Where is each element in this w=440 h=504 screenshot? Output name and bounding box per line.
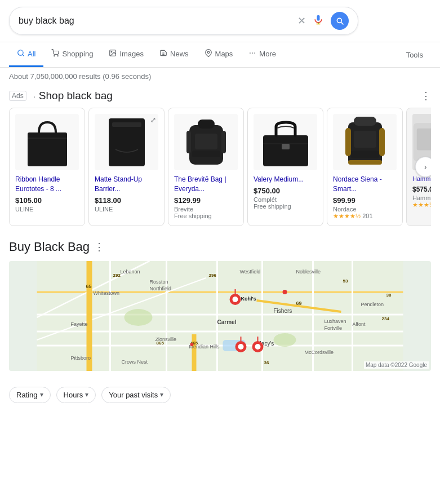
svg-text:Fishers: Fishers: [274, 308, 292, 314]
svg-point-12: [255, 52, 256, 54]
svg-text:Whitestown: Whitestown: [94, 290, 120, 296]
product-card-4[interactable]: Valery Medium... $750.00 Complét Free sh…: [247, 108, 323, 226]
svg-point-91: [283, 290, 287, 294]
scroll-next-button[interactable]: ›: [415, 157, 431, 177]
svg-text:Luxhaven: Luxhaven: [325, 319, 346, 324]
svg-point-63: [274, 333, 296, 347]
svg-text:Pendleton: Pendleton: [361, 302, 384, 307]
svg-text:Pittsboro: Pittsboro: [71, 355, 91, 361]
product-store-6: Hammitt: [412, 194, 431, 201]
svg-rect-13: [28, 132, 67, 166]
product-store-5: Nordace: [333, 206, 397, 213]
product-title-4: Valery Medium...: [254, 175, 317, 184]
product-title-1: Ribbon Handle Eurototes - 8 ...: [15, 175, 79, 194]
more-dots-icon: [248, 49, 256, 59]
stars-6: ★★★½: [412, 201, 431, 208]
product-card-2[interactable]: ⤢ Matte Stand-Up Barrier... $118.00 ULIN…: [88, 108, 165, 226]
all-icon: [17, 49, 25, 59]
svg-text:53: 53: [343, 278, 348, 284]
tab-more[interactable]: More: [241, 42, 284, 67]
filter-hours[interactable]: Hours ▾: [56, 387, 96, 403]
svg-rect-18: [198, 120, 215, 129]
search-bar: ✕: [9, 7, 358, 35]
svg-text:Fortville: Fortville: [325, 325, 343, 331]
filter-rating[interactable]: Rating ▾: [9, 387, 51, 403]
svg-rect-27: [354, 117, 376, 126]
product-price-6: $575.00: [412, 185, 431, 193]
product-price-3: $129.99: [174, 196, 238, 205]
svg-point-92: [190, 343, 194, 346]
ads-section: Ads · Shop black bag ⋮ Ribbon Handle Eur…: [0, 85, 440, 231]
product-store-3: Brevite: [174, 206, 238, 213]
tools-button[interactable]: Tools: [398, 44, 431, 66]
tab-images[interactable]: Images: [101, 42, 152, 67]
product-img-1: [15, 114, 79, 170]
svg-rect-25: [282, 144, 290, 149]
tab-news[interactable]: News: [152, 42, 197, 67]
search-input[interactable]: [19, 16, 297, 26]
news-icon: [159, 49, 167, 59]
ads-section-title: Shop black bag: [39, 90, 113, 102]
svg-text:38: 38: [386, 293, 392, 298]
clear-search-icon[interactable]: ✕: [297, 15, 306, 27]
products-scroll: Ribbon Handle Eurototes - 8 ... $105.00 …: [9, 108, 431, 226]
product-card-1[interactable]: Ribbon Handle Eurototes - 8 ... $105.00 …: [9, 108, 85, 226]
svg-text:292: 292: [113, 273, 121, 278]
ads-more-icon[interactable]: ⋮: [421, 90, 431, 102]
svg-rect-34: [417, 129, 431, 151]
voice-search-icon[interactable]: [313, 14, 324, 28]
map-container[interactable]: 65 69 465 865 234 38 36 53 292 296: [9, 261, 431, 371]
svg-text:Rosston: Rosston: [150, 279, 168, 285]
product-title-5: Nordace Siena - Smart...: [333, 175, 397, 194]
product-store-2: ULINE: [95, 206, 158, 213]
map-section: Buy Black Bag ⋮ 65: [0, 231, 440, 380]
map-section-more-icon[interactable]: ⋮: [94, 241, 104, 253]
tab-shopping[interactable]: Shopping: [43, 42, 101, 67]
svg-point-6: [111, 51, 112, 52]
past-visits-chevron-icon: ▾: [160, 391, 163, 399]
product-price-2: $118.00: [95, 196, 158, 205]
filter-past-visits[interactable]: Your past visits ▾: [101, 387, 171, 403]
svg-rect-21: [186, 131, 191, 153]
svg-text:Lebanon: Lebanon: [121, 269, 140, 275]
hours-chevron-icon: ▾: [85, 391, 88, 399]
product-rating-5: ★★★★½ 201: [333, 213, 397, 220]
product-rating-6: ★★★½: [412, 201, 431, 209]
map-attribution: Map data ©2022 Google: [364, 361, 429, 369]
expand-icon-2[interactable]: ⤢: [150, 116, 156, 124]
svg-point-90: [255, 344, 261, 350]
nav-tabs: All Shopping Images News Maps More Tools: [0, 42, 440, 68]
search-submit-button[interactable]: [331, 12, 349, 30]
product-title-3: The Brevitē Bag | Everyda...: [174, 175, 238, 194]
products-wrapper: Ribbon Handle Eurototes - 8 ... $105.00 …: [9, 108, 431, 226]
tab-maps[interactable]: Maps: [197, 42, 241, 67]
product-price-1: $105.00: [15, 196, 79, 205]
shopping-icon: [51, 49, 59, 59]
svg-rect-49: [87, 261, 92, 371]
svg-point-1: [18, 50, 23, 55]
product-card-3[interactable]: The Brevitē Bag | Everyda... $129.99 Bre…: [168, 108, 244, 226]
svg-line-2: [23, 55, 24, 56]
svg-point-11: [252, 52, 253, 54]
svg-text:69: 69: [296, 300, 302, 306]
svg-text:Westfield: Westfield: [240, 269, 261, 275]
tab-all[interactable]: All: [9, 42, 43, 67]
svg-rect-19: [195, 134, 217, 149]
svg-rect-23: [263, 135, 308, 166]
product-img-3: [174, 114, 238, 170]
product-card-5[interactable]: Nordace Siena - Smart... $99.99 Nordace …: [327, 108, 403, 226]
svg-rect-0: [317, 15, 320, 21]
product-store-1: ULINE: [15, 206, 79, 213]
svg-text:Meridian Hills: Meridian Hills: [189, 344, 220, 350]
svg-rect-20: [192, 151, 220, 157]
svg-rect-16: [112, 122, 141, 127]
svg-text:36: 36: [264, 360, 269, 365]
svg-point-85: [233, 297, 238, 302]
product-store-4: Complét: [254, 196, 317, 203]
svg-rect-53: [192, 334, 197, 371]
product-title-2: Matte Stand-Up Barrier...: [95, 175, 158, 194]
svg-text:Northfield: Northfield: [150, 286, 172, 291]
filter-pills: Rating ▾ Hours ▾ Your past visits ▾: [0, 380, 440, 410]
map-section-header: Buy Black Bag ⋮: [9, 240, 431, 254]
search-bar-container: ✕: [0, 0, 440, 42]
